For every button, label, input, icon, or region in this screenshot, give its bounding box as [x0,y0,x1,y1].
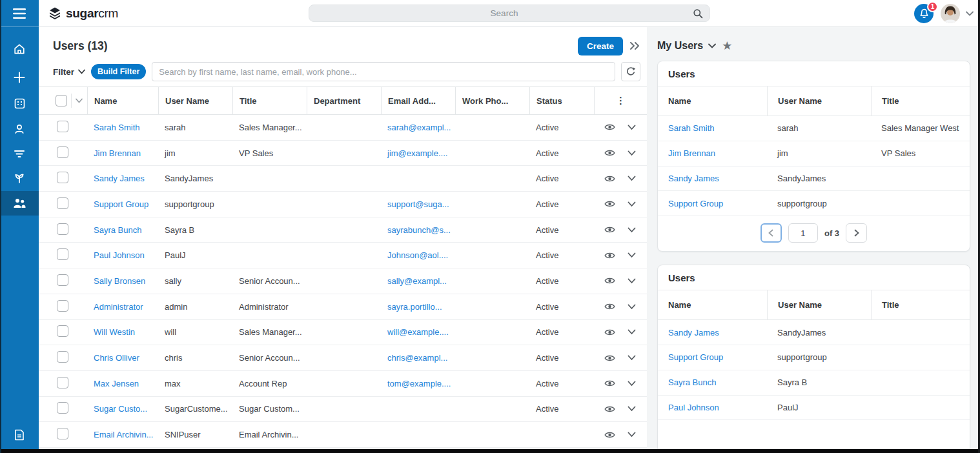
profile-menu-chevron[interactable] [966,11,974,16]
sidebar-item-contacts[interactable] [0,117,39,141]
row-email-link[interactable]: will@example.... [387,327,449,337]
row-name-link[interactable]: Paul Johnson [668,403,719,412]
row-name-link[interactable]: Sayra Bunch [94,225,141,235]
row-email-link[interactable]: sayra.portillo... [387,302,442,312]
preview-button[interactable] [604,379,615,388]
row-checkbox[interactable] [57,274,68,286]
row-checkbox[interactable] [57,121,68,132]
previous-page-button[interactable] [761,223,782,243]
table-row[interactable]: Sayra Bunch Sayra B sayrabunch@s... Acti… [39,217,647,243]
row-actions-chevron[interactable] [628,406,636,412]
select-menu-chevron-icon[interactable] [76,98,83,103]
row-name-link[interactable]: Chris Olliver [94,353,139,363]
row-actions-chevron[interactable] [628,125,636,130]
table-row[interactable]: Sarah Smith sarah Sales Manager... sarah… [39,115,647,141]
table-row[interactable]: Will Westin will Sales Manager... will@e… [39,320,647,346]
user-avatar[interactable] [941,4,960,23]
column-settings-kebab[interactable]: ⋮ [594,87,647,114]
row-name-link[interactable]: Support Group [668,199,723,208]
preview-button[interactable] [604,354,615,363]
row-actions-chevron[interactable] [628,381,636,387]
dashlet-row[interactable]: Sandy James SandyJames [658,320,970,345]
row-name-link[interactable]: Sarah Smith [668,123,715,133]
sidebar-item-opportunities[interactable] [0,166,39,190]
table-row[interactable]: Paul Johnson PaulJ Johnson@aol.... Activ… [39,243,647,268]
create-button[interactable]: Create [578,37,623,55]
preview-button[interactable] [604,328,615,337]
row-email-link[interactable]: Johnson@aol.... [387,250,448,260]
sidebar-item-reports[interactable] [0,423,39,447]
row-email-link[interactable]: sayrabunch@s... [387,225,451,235]
row-name-link[interactable]: Sugar Custo... [94,404,147,414]
table-row[interactable]: Email Archivin... SNIPuser Email Archivi… [39,422,647,448]
row-actions-chevron[interactable] [628,252,636,258]
row-email-link[interactable]: jim@example.... [387,148,447,158]
row-name-link[interactable]: Administrator [94,302,143,312]
dashboard-selector[interactable]: My Users [657,40,716,52]
sidebar-item-home[interactable] [0,37,39,61]
row-actions-chevron[interactable] [628,278,636,284]
list-search-input[interactable] [152,62,615,81]
row-name-link[interactable]: Jim Brennan [668,148,715,158]
table-row[interactable]: Max Jensen max Account Rep tom@example..… [39,371,647,397]
row-name-link[interactable]: Jim Brennan [94,148,141,158]
row-actions-chevron[interactable] [628,227,636,233]
row-email-link[interactable]: sarah@exampl... [387,123,451,132]
dashlet-row[interactable]: Jim Brennan jim VP Sales [658,141,970,166]
row-name-link[interactable]: Sarah Smith [94,123,140,132]
dashlet-row[interactable]: Support Group supportgroup [658,345,970,370]
column-header-user-name[interactable]: User Name [767,290,871,319]
row-actions-chevron[interactable] [628,201,636,207]
column-header-work-phone[interactable]: Work Pho... [455,87,529,114]
row-name-link[interactable]: Sayra Bunch [668,378,716,387]
column-header-status[interactable]: Status [529,87,594,114]
row-name-link[interactable]: Sally Bronsen [94,276,145,286]
preview-button[interactable] [604,430,615,439]
row-checkbox[interactable] [57,197,68,209]
preview-button[interactable] [604,148,615,157]
table-row[interactable]: Sugar Custo... SugarCustome... Sugar Cus… [39,397,647,423]
table-row[interactable]: Jim Brennan jim VP Sales jim@example....… [39,141,647,166]
row-name-link[interactable]: Max Jensen [94,379,139,388]
preview-button[interactable] [604,405,615,414]
hamburger-menu-button[interactable] [0,0,39,27]
row-name-link[interactable]: Sandy James [668,328,719,337]
column-header-title[interactable]: Title [871,290,970,319]
row-actions-chevron[interactable] [628,176,636,181]
row-checkbox[interactable] [57,325,68,337]
select-all-checkbox[interactable] [56,95,67,106]
column-header-name[interactable]: Name [87,87,158,114]
collapse-panel-button[interactable] [629,41,640,50]
row-actions-chevron[interactable] [628,329,636,335]
row-checkbox[interactable] [57,146,68,158]
row-name-link[interactable]: Paul Johnson [94,250,145,260]
row-email-link[interactable]: chris@exampl... [387,353,447,363]
next-page-button[interactable] [846,223,867,243]
table-row[interactable]: Sally Bronsen sally Senior Accoun... sal… [39,268,647,294]
row-checkbox[interactable] [57,223,68,235]
row-checkbox[interactable] [57,428,68,439]
row-name-link[interactable]: Sandy James [94,174,145,183]
column-header-user-name[interactable]: User Name [767,86,871,116]
preview-button[interactable] [604,302,615,311]
page-number[interactable]: 1 [788,223,818,243]
row-actions-chevron[interactable] [628,355,636,361]
preview-button[interactable] [604,225,615,234]
row-checkbox[interactable] [57,172,68,183]
column-header-name[interactable]: Name [658,86,767,116]
dashlet-row[interactable]: Support Group supportgroup [658,191,970,216]
table-row[interactable]: Support Group supportgroup support@suga.… [39,192,647,217]
table-row[interactable]: Sandy James SandyJames Active [39,166,647,192]
table-row[interactable]: Chris Olliver chris Senior Accoun... chr… [39,345,647,371]
row-checkbox[interactable] [57,351,68,363]
dashlet-row[interactable]: Sarah Smith sarah Sales Manager West [658,116,970,141]
row-actions-chevron[interactable] [628,150,636,156]
dashlet-row[interactable]: Paul Johnson PaulJ [658,396,970,421]
sidebar-item-filters[interactable] [0,141,39,166]
preview-button[interactable] [604,199,615,208]
row-email-link[interactable]: sally@exampl... [387,276,447,286]
preview-button[interactable] [604,251,615,260]
row-name-link[interactable]: Email Archivin... [94,430,153,439]
row-name-link[interactable]: Support Group [668,352,723,362]
column-header-email[interactable]: Email Add... [381,87,455,114]
